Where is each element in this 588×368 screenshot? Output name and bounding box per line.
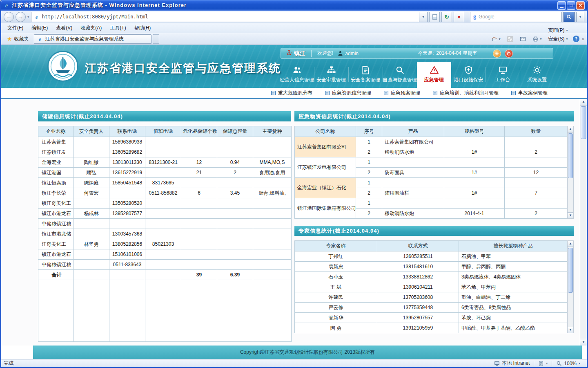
favorites-button[interactable]: ★ 收藏夹 bbox=[4, 34, 32, 44]
recent-pages-dropdown[interactable]: ▾ bbox=[27, 15, 29, 19]
home-button[interactable]: ▾ bbox=[489, 35, 503, 43]
column-header: 擅长救援物种产品 bbox=[459, 241, 568, 251]
status-right: 本地 Intranet ▾ 100% ▾ bbox=[490, 359, 584, 367]
stop-button[interactable]: × bbox=[454, 12, 464, 22]
nav-item-people[interactable]: 经营人信息管理 bbox=[280, 62, 314, 88]
compatibility-button[interactable] bbox=[429, 12, 440, 22]
browser-tab[interactable]: e 江苏省港口安全监管与应急管理系统 bbox=[34, 34, 151, 44]
forward-button[interactable]: → bbox=[16, 12, 26, 22]
nav-item-gear[interactable]: 系统设置 bbox=[520, 62, 554, 88]
tank-panel-header: 储罐信息统计(截止2014.04.04) bbox=[38, 111, 291, 121]
scroll-up-button[interactable]: ▲ bbox=[580, 99, 587, 105]
scroll-track[interactable] bbox=[568, 247, 573, 327]
system-title: 江苏省港口安全监管与应急管理系统 bbox=[85, 61, 281, 76]
submenu-item-3[interactable]: 应急预案管理 bbox=[383, 90, 420, 96]
magnifier-icon bbox=[395, 65, 405, 75]
nav-item-orgchart[interactable]: 安全审批管理 bbox=[314, 62, 348, 88]
supplies-row: 金海宏业（镇江）石化1 bbox=[295, 178, 568, 188]
address-bar-input[interactable]: e http://localhost:8080/yjpt/Main.html bbox=[31, 12, 419, 22]
scroll-track[interactable] bbox=[580, 105, 587, 339]
mail-button[interactable] bbox=[518, 35, 528, 43]
nav-item-shield[interactable]: 港口设施保安 bbox=[451, 62, 486, 88]
feed-button[interactable] bbox=[505, 35, 515, 43]
scroll-down-button[interactable]: ▼ bbox=[580, 339, 587, 346]
scroll-thumb[interactable] bbox=[568, 248, 573, 293]
zoom-control[interactable]: 100% ▾ bbox=[552, 359, 584, 367]
address-dropdown[interactable]: ▾ bbox=[419, 12, 428, 22]
expert-row: 丁邦红13605285511石脑油、甲苯 bbox=[295, 251, 568, 262]
company-cell: 金海宏业（镇江）石化 bbox=[295, 178, 356, 198]
page-favicon-icon: e bbox=[34, 14, 40, 20]
window-titlebar[interactable]: e 江苏省港口安全监管与应急管理系统 - Windows Internet Ex… bbox=[1, 0, 587, 11]
help-button[interactable]: ? bbox=[573, 36, 579, 42]
nav-item-warning[interactable]: 应急管理 bbox=[417, 62, 451, 88]
expert-row: 许建民13705283608重油、白蜡油、丁二烯 bbox=[295, 292, 568, 303]
search-button[interactable] bbox=[564, 12, 575, 22]
submenu-item-1[interactable]: 重大危险源分布 bbox=[271, 90, 312, 96]
menu-item-6[interactable]: 帮助(H) bbox=[131, 23, 155, 33]
scroll-track[interactable] bbox=[568, 132, 573, 212]
list-icon bbox=[271, 90, 276, 96]
back-button[interactable]: ← bbox=[4, 12, 14, 22]
home-icon bbox=[491, 36, 497, 42]
close-button[interactable]: × bbox=[576, 1, 585, 10]
minimize-button[interactable]: ▁ bbox=[557, 1, 566, 10]
mail-icon bbox=[520, 36, 526, 42]
page-mode-button[interactable]: ▾ bbox=[534, 359, 552, 367]
tank-row: 镇江恒泰沥陈炳庭1585045154883173665 bbox=[38, 178, 292, 188]
menu-item-5[interactable]: 工具(T) bbox=[106, 23, 129, 33]
theme-button[interactable] bbox=[493, 49, 501, 58]
supplies-row: 江苏索普集团有限公司1江苏索普集团有限公司 bbox=[295, 137, 568, 147]
logout-button[interactable] bbox=[505, 49, 513, 58]
menu-item-2[interactable]: 编辑(E) bbox=[28, 23, 51, 33]
toolbar-overflow-button[interactable]: » bbox=[582, 36, 584, 41]
tank-row: 镇江市港龙储13003457368 bbox=[38, 229, 292, 239]
orgchart-icon bbox=[327, 65, 336, 75]
new-tab-stub[interactable] bbox=[153, 34, 159, 44]
company-cell: 江苏镇江发电有限公司 bbox=[295, 157, 356, 178]
experts-scrollbar[interactable]: ▲ ▼ bbox=[567, 240, 574, 333]
menu-item-4[interactable]: 收藏夹(A) bbox=[77, 23, 105, 33]
page-scrollbar[interactable]: ▲ ▼ bbox=[580, 99, 587, 346]
print-button[interactable]: ▾ bbox=[530, 35, 544, 43]
nav-item-document[interactable]: 安全备案管理 bbox=[348, 62, 383, 88]
nav-label: 港口设施保安 bbox=[454, 76, 483, 83]
tank-row: 江苏索普集15896380938 bbox=[38, 137, 292, 147]
favorites-label: 收藏夹 bbox=[14, 36, 29, 43]
scroll-up-button[interactable]: ▲ bbox=[568, 241, 573, 247]
search-input[interactable]: g Google bbox=[470, 12, 562, 22]
refresh-button[interactable]: ↻ bbox=[441, 12, 452, 22]
submenu-item-2[interactable]: 应急资源信息管理 bbox=[325, 90, 371, 96]
scroll-down-button[interactable]: ▼ bbox=[568, 327, 573, 333]
submenu-item-4[interactable]: 应急培训、演练和演习管理 bbox=[432, 90, 499, 96]
scroll-up-button[interactable]: ▲ bbox=[568, 126, 573, 132]
scroll-thumb[interactable] bbox=[581, 106, 586, 139]
status-text: 完成 bbox=[4, 360, 13, 367]
toolbar-text-button-2[interactable]: 安全(S)▾ bbox=[546, 35, 570, 43]
menu-item-1[interactable]: 文件(F) bbox=[4, 23, 27, 33]
menu-item-3[interactable]: 查看(V) bbox=[52, 23, 76, 33]
scroll-down-button[interactable]: ▼ bbox=[568, 212, 573, 218]
list-icon bbox=[325, 90, 330, 96]
column-header: 数量 bbox=[505, 126, 568, 137]
city-label: 镇江 bbox=[294, 50, 305, 57]
zone-indicator[interactable]: 本地 Intranet bbox=[490, 359, 534, 367]
nav-item-monitor[interactable]: 工作台 bbox=[486, 62, 520, 88]
document-icon bbox=[361, 65, 370, 75]
tank-header-row: 企业名称安全负责人联系电话值班电话危化品储罐个数储罐总容量主要货种 bbox=[38, 126, 292, 137]
tank-row: 镇江市港龙石15106101006 bbox=[38, 249, 292, 260]
column-header: 产品 bbox=[382, 126, 444, 137]
search-dropdown[interactable]: ▾ bbox=[576, 12, 584, 22]
column-header: 企业名称 bbox=[38, 126, 74, 137]
submenu-item-5[interactable]: 事故案例管理 bbox=[511, 90, 548, 96]
toolbar-text-button-1[interactable]: 页面(P)▾ bbox=[546, 26, 570, 35]
rss-icon bbox=[507, 36, 513, 42]
shield-icon bbox=[464, 65, 473, 75]
maximize-button[interactable]: □ bbox=[567, 1, 575, 10]
nav-label: 经营人信息管理 bbox=[280, 76, 314, 83]
supplies-row: 江苏镇江发电有限公司1 bbox=[295, 157, 568, 168]
main-nav: 经营人信息管理安全审批管理安全备案管理自查与督查管理应急管理港口设施保安工作台系… bbox=[280, 62, 554, 88]
supplies-scrollbar[interactable]: ▲ ▼ bbox=[567, 126, 574, 219]
scroll-thumb[interactable] bbox=[568, 133, 573, 178]
nav-item-magnifier[interactable]: 自查与督查管理 bbox=[383, 62, 417, 88]
